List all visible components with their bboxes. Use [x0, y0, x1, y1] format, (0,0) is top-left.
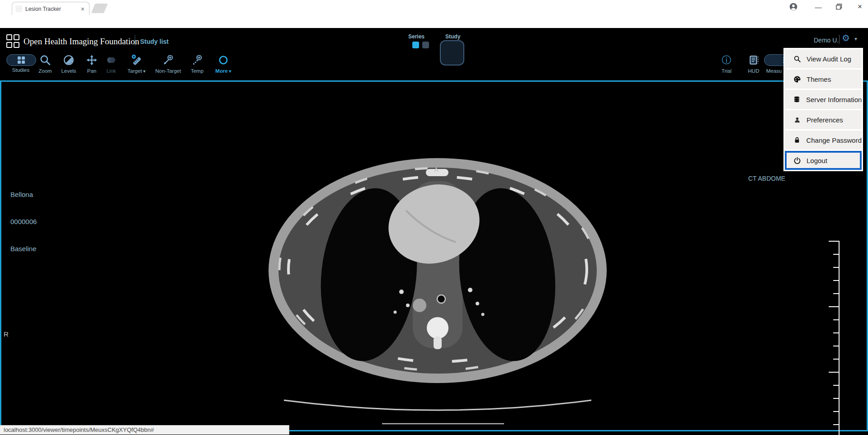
- series-thumbnail-active[interactable]: [412, 42, 419, 48]
- temp-icon: [183, 53, 212, 67]
- tool-target[interactable]: Target: [122, 53, 151, 74]
- menu-item-themes[interactable]: Themes: [785, 70, 862, 89]
- browser-tab[interactable]: Lesion Tracker ×: [12, 2, 90, 15]
- more-circle-icon: [209, 53, 238, 67]
- tool-link[interactable]: Link: [97, 53, 126, 74]
- menu-item-logout[interactable]: Logout: [785, 151, 862, 170]
- search-icon: [793, 55, 801, 63]
- chevron-down-icon[interactable]: ▾: [854, 36, 857, 42]
- ct-viewport[interactable]: Bellona 0000006 Baseline CT ABDOME A R S…: [0, 80, 868, 431]
- ohif-logo-icon: [6, 34, 20, 48]
- user-icon: [793, 117, 801, 123]
- non-target-icon: [152, 53, 184, 67]
- scale-ruler-vertical: [829, 241, 840, 435]
- window-close-button[interactable]: ×: [852, 0, 868, 14]
- series-label: Series: [408, 33, 425, 40]
- tool-non-target[interactable]: Non-Target: [152, 53, 184, 74]
- target-ruler-icon: [122, 53, 151, 67]
- power-icon: [793, 157, 801, 164]
- new-tab-button[interactable]: [91, 4, 108, 13]
- trial-info-icon: ⓘ: [712, 53, 741, 67]
- overlay-study-description: CT ABDOME: [748, 174, 785, 183]
- menu-item-preferences[interactable]: Preferences: [785, 110, 862, 129]
- tab-close-icon[interactable]: ×: [80, 5, 85, 13]
- orientation-marker-left: R: [4, 330, 9, 338]
- menu-item-view-audit-log[interactable]: View Audit Log: [785, 49, 862, 68]
- header-divider: [135, 35, 135, 46]
- overlay-patient-info: Bellona 0000006 Baseline: [10, 172, 37, 271]
- ct-image: [266, 156, 609, 427]
- menu-item-server-information[interactable]: Server Information: [785, 90, 862, 109]
- study-label: Study: [445, 33, 460, 40]
- palette-icon: [793, 75, 801, 83]
- tab-title: Lesion Tracker: [25, 6, 80, 12]
- tool-more[interactable]: More: [209, 53, 238, 74]
- tool-trial[interactable]: ⓘ Trial: [712, 53, 741, 74]
- window-minimize-button[interactable]: —: [810, 0, 826, 14]
- gear-icon[interactable]: ⚙: [842, 33, 850, 43]
- browser-chrome: Lesion Tracker × — × ← → ↻ ⓘ localhost:3…: [0, 0, 868, 28]
- studies-grid-icon: [18, 56, 25, 64]
- status-bar-link: localhost:3000/viewer/timepoints/MeuxsCK…: [0, 425, 289, 435]
- user-dropdown-menu: View Audit Log Themes Server Information…: [783, 48, 863, 171]
- menu-item-change-password[interactable]: Change Password: [785, 131, 862, 150]
- link-icon: [97, 53, 126, 67]
- screen: Lesion Tracker × — × ← → ↻ ⓘ localhost:3…: [0, 0, 868, 435]
- orientation-marker-top: A: [434, 166, 439, 173]
- tool-temp[interactable]: Temp: [183, 53, 212, 74]
- app-title: Open Health Imaging Foundation: [24, 37, 139, 47]
- study-thumbnail[interactable]: [440, 40, 464, 65]
- window-restore-button[interactable]: [831, 0, 847, 14]
- lock-icon: [793, 136, 801, 144]
- series-thumbnail[interactable]: [422, 42, 429, 48]
- server-icon: [793, 96, 801, 103]
- browser-profile-icon[interactable]: [787, 0, 800, 14]
- browser-navbar: ← → ↻ ⓘ localhost:3000/viewer/timepoints…: [0, 15, 868, 28]
- tab-favicon-icon: [16, 6, 22, 12]
- study-list-link[interactable]: Study list: [140, 38, 169, 45]
- user-divider: [839, 35, 840, 44]
- user-name[interactable]: Demo U.: [814, 37, 839, 44]
